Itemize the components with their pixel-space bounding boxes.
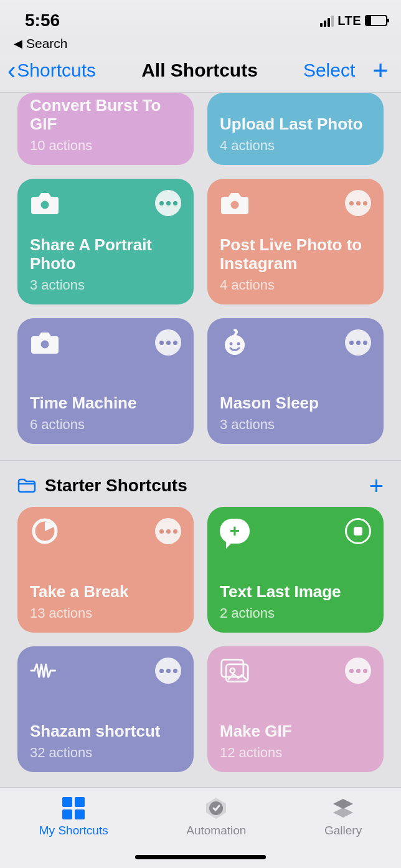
camera-icon	[30, 329, 60, 356]
shortcuts-grid-2: Take a Break 13 actions + Text Last Imag…	[0, 507, 401, 788]
card-stop-button[interactable]	[345, 518, 371, 544]
tab-my-shortcuts[interactable]: My Shortcuts	[39, 796, 108, 868]
shortcut-card[interactable]: Convert Burst To GIF 10 actions	[17, 93, 194, 165]
card-subtitle: 4 actions	[220, 277, 371, 293]
photos-icon	[220, 658, 250, 684]
card-subtitle: 2 actions	[220, 605, 371, 621]
card-title: Make GIF	[220, 722, 371, 741]
shortcut-card[interactable]: Time Machine 6 actions	[17, 318, 194, 444]
card-subtitle: 3 actions	[30, 277, 181, 293]
shortcut-card[interactable]: Shazam shortcut 32 actions	[17, 646, 194, 772]
speech-bubble-plus-icon: +	[220, 518, 250, 544]
svg-point-7	[230, 342, 233, 346]
card-subtitle: 32 actions	[30, 745, 181, 761]
card-subtitle: 4 actions	[220, 138, 371, 154]
shortcut-card[interactable]: Make GIF 12 actions	[207, 646, 384, 772]
card-more-button[interactable]	[155, 518, 181, 544]
folder-icon	[17, 478, 36, 493]
chevron-left-icon: ‹	[7, 63, 16, 78]
shortcut-card[interactable]: Mason Sleep 3 actions	[207, 318, 384, 444]
card-title: Post Live Photo to Instagram	[220, 235, 371, 273]
card-subtitle: 10 actions	[30, 138, 181, 154]
back-button[interactable]: ‹ Shortcuts	[7, 60, 96, 81]
card-more-button[interactable]	[155, 329, 181, 356]
shortcut-card-running[interactable]: + Text Last Image 2 actions	[207, 507, 384, 633]
card-subtitle: 13 actions	[30, 605, 181, 621]
card-title: Take a Break	[30, 582, 181, 601]
status-right: LTE	[320, 14, 387, 28]
section-title[interactable]: Starter Shortcuts	[45, 476, 187, 496]
svg-point-8	[237, 342, 240, 346]
stack-icon	[331, 796, 356, 820]
tab-label: My Shortcuts	[39, 824, 108, 837]
shortcuts-grid-1: Convert Burst To GIF 10 actions Upload L…	[0, 93, 401, 460]
svg-point-6	[225, 335, 245, 355]
cellular-signal-icon	[320, 14, 334, 27]
card-more-button[interactable]	[155, 190, 181, 216]
card-more-button[interactable]	[345, 190, 371, 216]
battery-icon	[365, 15, 387, 26]
select-button[interactable]: Select	[303, 60, 355, 81]
back-triangle-icon: ◀︎	[14, 37, 22, 50]
card-more-button[interactable]	[345, 329, 371, 356]
card-title: Time Machine	[30, 394, 181, 413]
status-bar: 5:56 LTE	[0, 0, 401, 35]
clock-badge-icon	[204, 796, 229, 820]
card-title: Convert Burst To GIF	[30, 96, 181, 134]
card-title: Text Last Image	[220, 582, 371, 601]
add-shortcut-button[interactable]: +	[372, 62, 389, 78]
card-subtitle: 12 actions	[220, 745, 371, 761]
card-title: Upload Last Photo	[220, 115, 371, 134]
card-more-button[interactable]	[155, 658, 181, 684]
shortcut-card[interactable]: Post Live Photo to Instagram 4 actions	[207, 179, 384, 304]
tab-gallery[interactable]: Gallery	[324, 796, 362, 868]
card-subtitle: 6 actions	[30, 417, 181, 433]
section-add-button[interactable]: +	[369, 478, 384, 493]
status-time: 5:56	[25, 11, 60, 31]
card-subtitle: 3 actions	[220, 417, 371, 433]
home-indicator[interactable]	[135, 855, 266, 859]
camera-icon	[220, 190, 250, 216]
card-title: Share A Portrait Photo	[30, 235, 181, 273]
shortcut-card[interactable]: Upload Last Photo 4 actions	[207, 93, 384, 165]
tab-label: Automation	[186, 824, 246, 837]
content: Convert Burst To GIF 10 actions Upload L…	[0, 93, 401, 788]
svg-point-13	[230, 668, 235, 672]
shortcut-card[interactable]: Share A Portrait Photo 3 actions	[17, 179, 194, 304]
section-header: Starter Shortcuts +	[0, 460, 401, 507]
carrier-label: LTE	[337, 14, 361, 28]
back-label: Shortcuts	[17, 60, 96, 81]
breadcrumb-label: Search	[26, 36, 68, 51]
shortcut-card[interactable]: Take a Break 13 actions	[17, 507, 194, 633]
camera-icon	[30, 190, 60, 216]
waveform-icon	[30, 658, 60, 684]
page-title: All Shortcuts	[141, 60, 258, 81]
card-title: Mason Sleep	[220, 394, 371, 413]
grid-icon	[61, 796, 86, 820]
tab-bar: My Shortcuts Automation Gallery	[0, 787, 401, 868]
timer-icon	[30, 518, 60, 544]
navbar: ‹ Shortcuts All Shortcuts Select +	[0, 55, 401, 93]
baby-icon	[220, 329, 250, 356]
tab-label: Gallery	[324, 824, 362, 837]
breadcrumb[interactable]: ◀︎ Search	[0, 35, 401, 55]
card-more-button[interactable]	[345, 658, 371, 684]
card-title: Shazam shortcut	[30, 722, 181, 741]
